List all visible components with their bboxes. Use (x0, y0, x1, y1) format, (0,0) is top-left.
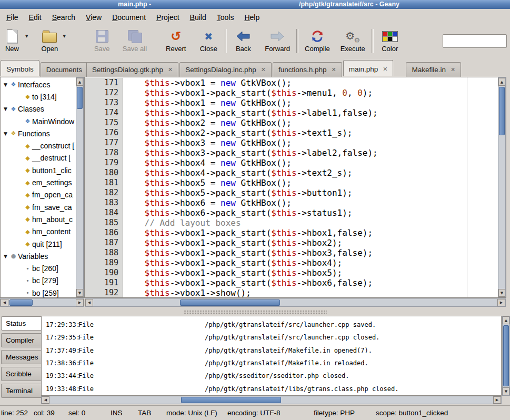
message-tab-scribble[interactable]: Scribble (1, 367, 41, 381)
line-number[interactable]: 187 (85, 238, 123, 248)
editor-tab-SettingsDialog.gtk.php[interactable]: SettingsDialog.gtk.php✕ (86, 62, 178, 77)
tree-item-fm_save_ca[interactable]: ◆fm_save_ca (1, 201, 76, 213)
line-number[interactable]: 171 (85, 78, 123, 88)
tab-close-icon[interactable]: ✕ (261, 67, 266, 73)
code-line[interactable]: 189 $this->vbox1->pack_start($this->hbox… (85, 258, 497, 268)
expander-icon[interactable]: ▼ (2, 82, 9, 87)
code-line[interactable]: 178 $this->hbox3->pack_start($this->labe… (85, 148, 497, 158)
title-bar[interactable]: main.php - /php/gtk/gtranslateif/src - G… (0, 0, 510, 9)
tree-item-em_settings[interactable]: ◆em_settings (1, 176, 76, 188)
scroll-left-arrow-icon[interactable]: ◀ (42, 396, 49, 404)
line-number[interactable]: 177 (85, 138, 123, 148)
expander-icon[interactable]: ▼ (2, 131, 9, 136)
line-number[interactable]: 178 (85, 148, 123, 158)
line-number[interactable]: 182 (85, 188, 123, 198)
scroll-right-arrow-icon[interactable]: ▶ (493, 396, 501, 404)
code-line[interactable]: 182 $this->hbox5->pack_start($this->butt… (85, 188, 497, 198)
sidebar-tab-documents[interactable]: Documents (41, 62, 88, 77)
scrollbar-thumb[interactable] (499, 87, 505, 135)
status-message-row[interactable]: 17:29:35:File/php/gtk/gtranslateif/src/l… (42, 331, 501, 344)
tree-item-mainwindow[interactable]: ❖MainWindow (1, 115, 76, 127)
line-number[interactable]: 180 (85, 168, 123, 178)
editor-tab-SettingsDialog.inc.php[interactable]: SettingsDialog.inc.php✕ (179, 62, 272, 77)
tab-close-icon[interactable]: ✕ (168, 67, 173, 73)
scrollbar-thumb[interactable] (77, 87, 83, 109)
status-message-row[interactable]: 17:37:49:File/php/gtk/gtranslateif/Makef… (42, 344, 501, 357)
expander-icon[interactable]: ▼ (2, 254, 9, 259)
code-line[interactable]: 171 $this->vbox1 = new GtkVBox(); (85, 78, 497, 88)
menu-item-file[interactable]: File (1, 11, 24, 24)
sidebar-horizontal-scrollbar[interactable]: ◀ ▶ (0, 298, 84, 307)
status-message-row[interactable]: 19:33:48:File/php/gtk/gtranslateif/libs/… (42, 382, 501, 395)
line-number[interactable]: 191 (85, 278, 123, 288)
tab-close-icon[interactable]: ✕ (383, 66, 387, 72)
color-button[interactable]: Color (378, 28, 402, 53)
tree-item-hm_about_c[interactable]: ◆hm_about_c (1, 213, 76, 225)
code-line[interactable]: 183 $this->hbox6 = new GtkHBox(); (85, 198, 497, 208)
code-line[interactable]: 181 $this->hbox5 = new GtkHBox(); (85, 178, 497, 188)
code-line[interactable]: 180 $this->hbox4->pack_start($this->text… (85, 168, 497, 178)
scroll-down-arrow-icon[interactable]: ▼ (76, 289, 83, 297)
scroll-right-arrow-icon[interactable]: ▶ (76, 299, 84, 306)
menu-item-edit[interactable]: Edit (24, 11, 47, 24)
editor-horizontal-scrollbar[interactable]: ◀ ▶ (85, 298, 506, 307)
menu-item-build[interactable]: Build (185, 11, 212, 24)
back-button[interactable]: Back (231, 28, 255, 53)
status-message-row[interactable]: 17:38:36:File/php/gtk/gtranslateif/Makef… (42, 357, 501, 369)
code-line[interactable]: 186 $this->vbox1->pack_start($this->hbox… (85, 228, 497, 238)
tree-item-button1_clic[interactable]: ◆button1_clic (1, 164, 76, 176)
menu-item-tools[interactable]: Tools (212, 11, 239, 24)
code-line[interactable]: 176 $this->hbox2->pack_start($this->text… (85, 128, 497, 138)
new-dropdown-arrow-icon[interactable]: ▼ (24, 34, 29, 38)
scroll-left-arrow-icon[interactable]: ◀ (1, 299, 8, 306)
compile-button[interactable]: Compile (303, 28, 332, 53)
tree-item-to-314-[interactable]: ◆to [314] (1, 91, 76, 103)
line-number[interactable]: 172 (85, 88, 123, 98)
code-line[interactable]: 175 $this->hbox2 = new GtkHBox(); (85, 118, 497, 128)
line-number[interactable]: 192 (85, 288, 123, 297)
save-button[interactable]: Save (90, 28, 114, 53)
code-line[interactable]: 184 $this->hbox6->pack_start($this->stat… (85, 208, 497, 218)
code-line[interactable]: 185 // Add layout boxes (85, 218, 497, 228)
line-number[interactable]: 189 (85, 258, 123, 268)
menu-item-view[interactable]: View (81, 11, 107, 24)
expander-icon[interactable]: ▼ (2, 106, 9, 112)
code-line[interactable]: 174 $this->hbox1->pack_start($this->labe… (85, 108, 497, 118)
menu-item-help[interactable]: Help (239, 11, 265, 24)
tab-close-icon[interactable]: ✕ (451, 67, 455, 73)
sidebar-tab-symbols[interactable]: Symbols (1, 60, 39, 76)
sidebar-vertical-scrollbar[interactable]: ▲ ▼ (76, 77, 84, 297)
scrollbar-thumb[interactable] (181, 397, 281, 403)
line-number[interactable]: 181 (85, 178, 123, 188)
tree-item-hm_content[interactable]: ◆hm_content (1, 226, 76, 238)
code-line[interactable]: 177 $this->hbox3 = new GtkHBox(); (85, 138, 497, 148)
scroll-up-arrow-icon[interactable]: ▲ (503, 316, 509, 324)
save-all-button[interactable]: Save all (121, 28, 149, 53)
tree-item-bc-260-[interactable]: •bc [260] (1, 262, 76, 274)
line-number[interactable]: 175 (85, 118, 123, 128)
tree-item-interfaces[interactable]: ▼❖Interfaces (1, 78, 76, 91)
open-dropdown-arrow-icon[interactable]: ▼ (62, 34, 66, 38)
code-editor[interactable]: 171 $this->vbox1 = new GtkVBox();172 $th… (84, 77, 506, 298)
message-tab-messages[interactable]: Messages (1, 350, 41, 364)
tree-item-functions[interactable]: ▼❖Functions (1, 127, 76, 139)
message-tab-compiler[interactable]: Compiler (1, 333, 41, 347)
tab-close-icon[interactable]: ✕ (331, 67, 336, 73)
close-button[interactable]: ✖ Close (196, 28, 221, 53)
code-line[interactable]: 179 $this->hbox4 = new GtkHBox(); (85, 158, 497, 168)
message-tab-terminal[interactable]: Terminal (1, 384, 41, 398)
tree-item-variables[interactable]: ▼●Variables (1, 250, 76, 262)
pane-splitter-handle[interactable] (0, 307, 510, 316)
editor-vertical-scrollbar[interactable]: ▲ ▼ (498, 77, 506, 297)
tree-item-fm_open_ca[interactable]: ◆fm_open_ca (1, 189, 76, 201)
messages-horizontal-scrollbar[interactable]: ◀ ▶ (41, 396, 502, 404)
scrollbar-thumb[interactable] (9, 299, 33, 306)
tree-item-bc-279-[interactable]: •bc [279] (1, 275, 76, 287)
status-message-row[interactable]: 17:29:33:File/php/gtk/gtranslateif/src/l… (42, 318, 501, 331)
scroll-right-arrow-icon[interactable]: ▶ (497, 299, 505, 306)
tree-item-quit-211-[interactable]: ◆quit [211] (1, 238, 76, 250)
scroll-left-arrow-icon[interactable]: ◀ (85, 299, 93, 306)
line-number[interactable]: 185 (85, 218, 123, 228)
editor-tab-main.php[interactable]: main.php✕ (343, 60, 394, 76)
menu-item-document[interactable]: Document (107, 11, 151, 24)
